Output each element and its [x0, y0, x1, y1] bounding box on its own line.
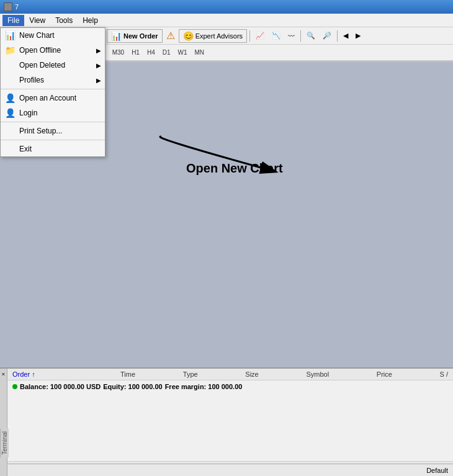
toolbar-chart-2[interactable]: 📉 [269, 29, 284, 43]
menu-new-chart[interactable]: 📊 New Chart [1, 28, 105, 43]
col-time: Time [115, 370, 140, 378]
expert-advisors-label: Expert Advisors [195, 32, 243, 40]
menu-bar: File View Tools Help [0, 14, 453, 27]
new-order-button[interactable]: 📊 New Order [107, 29, 163, 43]
equity-text: Equity: 100 000.00 [103, 383, 162, 390]
terminal-content: Order ↑ Time Type Size Symbol Price S / … [7, 369, 453, 476]
menu-view[interactable]: View [24, 15, 50, 26]
col-size: Size [240, 370, 263, 378]
menu-profiles[interactable]: Profiles ▶ [1, 73, 105, 88]
toolbar-left[interactable]: ◀ [340, 29, 351, 43]
menu-login[interactable]: 👤 Login [1, 106, 105, 120]
open-offline-arrow: ▶ [96, 47, 101, 54]
open-offline-icon: 📁 [4, 45, 16, 56]
period-h4[interactable]: H4 [144, 48, 158, 57]
menu-exit[interactable]: Exit [1, 141, 105, 156]
status-bar: Default [7, 464, 453, 476]
terminal-table-header: Order ↑ Time Type Size Symbol Price S / [7, 369, 453, 380]
menu-open-deleted[interactable]: Open Deleted ▶ [1, 58, 105, 73]
terminal-close-btn[interactable]: × [0, 369, 7, 476]
toolbar-sep-4 [300, 30, 301, 42]
terminal-side-label: Terminal [0, 429, 9, 457]
menu-open-offline[interactable]: 📁 Open Offline ▶ [1, 43, 105, 58]
menu-sep-2 [1, 122, 105, 122]
balance-row: Balance: 100 000.00 USD Equity: 100 000.… [7, 380, 453, 393]
title-bar: 7 [0, 0, 453, 14]
profiles-arrow: ▶ [96, 77, 101, 84]
period-m30[interactable]: M30 [109, 48, 127, 57]
toolbar-chart-1[interactable]: 📈 [253, 29, 267, 43]
col-price: Price [372, 370, 397, 378]
period-w1[interactable]: W1 [175, 48, 191, 57]
new-order-label: New Order [123, 32, 158, 40]
title-number: 7 [15, 3, 19, 11]
expert-advisors-button[interactable]: 😊 Expert Advisors [179, 29, 247, 43]
period-mn[interactable]: MN [192, 48, 208, 57]
balance-status-dot [12, 384, 17, 389]
col-symbol: Symbol [301, 370, 334, 378]
col-type: Type [178, 370, 203, 378]
col-s: S / [435, 370, 453, 378]
open-account-icon: 👤 [4, 92, 16, 104]
balance-text: Balance: 100 000.00 USD [20, 383, 101, 390]
menu-file[interactable]: File [2, 15, 24, 26]
period-h1[interactable]: H1 [128, 48, 143, 57]
toolbar-zoom-in[interactable]: 🔍 [303, 29, 318, 43]
menu-print-setup[interactable]: Print Setup... [1, 123, 105, 138]
free-margin-text: Free margin: 100 000.00 [165, 383, 243, 390]
period-d1[interactable]: D1 [159, 48, 174, 57]
new-chart-icon: 📊 [4, 30, 16, 41]
terminal-panel: × Order ↑ Time Type Size Symbol Price S … [0, 367, 453, 476]
col-order[interactable]: Order ↑ [7, 370, 40, 378]
file-dropdown-menu: 📊 New Chart 📁 Open Offline ▶ Open Delete… [0, 27, 105, 157]
menu-sep-1 [1, 89, 105, 89]
toolbar-right[interactable]: ▶ [352, 29, 364, 43]
annotation-text: Open New Chart [186, 161, 283, 176]
toolbar-zoom-out[interactable]: 🔎 [320, 29, 334, 43]
status-text: Default [426, 467, 448, 474]
menu-tools[interactable]: Tools [50, 15, 78, 26]
toolbar-chart-3[interactable]: 〰 [285, 29, 298, 43]
menu-sep-3 [1, 140, 105, 140]
menu-open-account[interactable]: 👤 Open an Account [1, 91, 105, 106]
open-deleted-arrow: ▶ [96, 62, 101, 69]
login-icon: 👤 [4, 107, 16, 119]
app-icon [4, 2, 12, 11]
toolbar-sep-3 [249, 30, 250, 42]
menu-help[interactable]: Help [78, 15, 103, 26]
toolbar-sep-5 [337, 30, 338, 42]
